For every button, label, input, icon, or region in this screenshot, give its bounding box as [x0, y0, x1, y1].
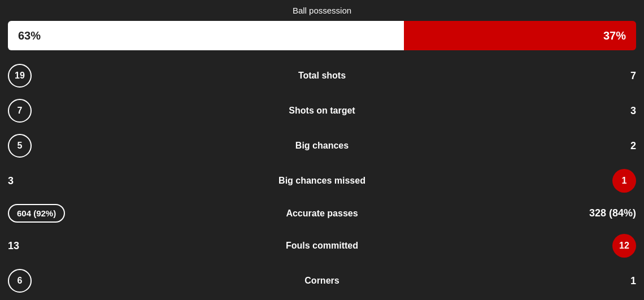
stat-left-plain: 3 — [8, 175, 14, 187]
stat-right-plain: 3 — [630, 105, 636, 117]
stat-row: 13 Fouls committed 12 — [8, 228, 636, 263]
stat-left-value: 604 (92%) — [8, 204, 81, 223]
possession-bar: 63% 37% — [8, 21, 636, 50]
stat-right-plain: 1 — [630, 275, 636, 287]
stat-left-pill: 604 (92%) — [8, 204, 65, 223]
stat-left-value: 13 — [8, 240, 81, 252]
stats-rows: 19 Total shots 7 7 Shots on target 3 5 B… — [8, 58, 636, 298]
stat-right-value: 3 — [563, 105, 636, 117]
stat-left-value: 7 — [8, 99, 81, 123]
stat-center-label: Total shots — [81, 71, 563, 81]
possession-left-bar: 63% — [8, 21, 404, 50]
stat-center-label: Fouls committed — [81, 241, 563, 251]
stat-center-label: Accurate passes — [81, 208, 563, 219]
stat-left-circle: 5 — [8, 134, 32, 158]
stats-container: Ball possession 63% 37% 19 Total shots 7… — [0, 6, 644, 298]
stat-right-plain: 328 (84%) — [589, 207, 636, 219]
stat-right-value: 2 — [563, 140, 636, 152]
stat-right-plain: 7 — [630, 70, 636, 82]
possession-title: Ball possession — [8, 6, 636, 15]
possession-left-value: 63% — [18, 29, 41, 42]
stat-right-value: 328 (84%) — [563, 207, 636, 219]
stat-left-plain: 13 — [8, 240, 19, 252]
possession-right-bar: 37% — [404, 21, 636, 50]
stat-center-label: Corners — [81, 276, 563, 286]
stat-right-value: 1 — [563, 275, 636, 287]
stat-left-value: 3 — [8, 175, 81, 187]
stat-left-value: 19 — [8, 64, 81, 88]
stat-row: 19 Total shots 7 — [8, 58, 636, 93]
stat-left-circle: 19 — [8, 64, 32, 88]
stat-right-value: 1 — [563, 169, 636, 193]
possession-right-value: 37% — [603, 29, 626, 42]
stat-row: 5 Big chances 2 — [8, 128, 636, 163]
stat-center-label: Big chances missed — [81, 176, 563, 186]
stat-left-circle: 7 — [8, 99, 32, 123]
stat-row: 7 Shots on target 3 — [8, 93, 636, 128]
stat-left-circle: 6 — [8, 269, 32, 293]
stat-right-circle-red: 1 — [612, 169, 636, 193]
stat-left-value: 5 — [8, 134, 81, 158]
stat-right-circle-red: 12 — [612, 234, 636, 258]
stat-row: 6 Corners 1 — [8, 263, 636, 298]
stat-right-value: 12 — [563, 234, 636, 258]
stat-center-label: Big chances — [81, 141, 563, 151]
stat-center-label: Shots on target — [81, 106, 563, 116]
stat-left-value: 6 — [8, 269, 81, 293]
stat-row: 3 Big chances missed 1 — [8, 163, 636, 198]
possession-section: Ball possession 63% 37% — [8, 6, 636, 50]
stat-right-plain: 2 — [630, 140, 636, 152]
stat-right-value: 7 — [563, 70, 636, 82]
stat-row: 604 (92%) Accurate passes 328 (84%) — [8, 198, 636, 228]
